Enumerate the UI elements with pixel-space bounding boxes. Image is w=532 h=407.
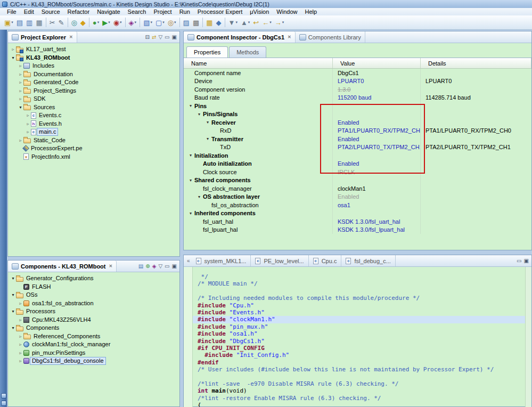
tree-item-sdk[interactable]: ▹SDK (8, 95, 179, 103)
overview-ruler[interactable] (525, 267, 531, 407)
code-line[interactable]: #include "DbgCs1.h" (193, 338, 525, 345)
menu-run[interactable]: Run (176, 8, 194, 15)
forward-button[interactable]: →▾ (274, 17, 285, 28)
editor-tab-cpu-c[interactable]: cCpu.c (309, 255, 342, 266)
external-tools-button[interactable]: ◈▾ (128, 17, 138, 28)
property-value[interactable]: 1.3.0 (333, 85, 421, 94)
profile-button[interactable]: ◉▾ (112, 17, 123, 28)
close-icon[interactable]: ✕ (288, 35, 291, 39)
menu-navigate[interactable]: Navigate (93, 8, 124, 15)
property-row-fsl-lpuart-hal[interactable]: fsl_lpuart_halKSDK 1.3.0/fsl_lpuart_hal (184, 226, 531, 234)
debug-button[interactable]: ●▾ (92, 17, 100, 28)
twistie-icon[interactable]: ▾ (10, 55, 16, 60)
tree-item-dbgcs1-fsl-debug-console[interactable]: ▹DbgCs1:fsl_debug_console (8, 357, 179, 365)
property-row-auto-initialization[interactable]: Auto initializationEnabled (184, 160, 531, 168)
maximize-button[interactable]: ▣ (172, 34, 177, 40)
twistie-icon[interactable]: ▹ (18, 96, 23, 101)
menu-refactor[interactable]: Refactor (64, 8, 94, 15)
tab-properties[interactable]: Properties (186, 46, 228, 58)
property-value[interactable]: osa1 (333, 201, 421, 209)
column-details[interactable]: Details (421, 58, 531, 68)
property-row-baud-rate[interactable]: Baud rate115200 baud114285.714 baud (184, 94, 531, 102)
property-value[interactable]: PTA2/LPUART0_TX/TPM2_CH1 (333, 143, 421, 152)
property-row-shared-components[interactable]: ▾Shared components (184, 176, 531, 185)
tree-item-events-h[interactable]: ▹hEvents.h (8, 120, 179, 128)
code-line[interactable]: /* Including needed modules to compile t… (193, 295, 525, 302)
twistie-icon[interactable]: ▹ (18, 72, 23, 77)
twistie-icon[interactable]: ▾ (204, 120, 211, 125)
open-folder-button[interactable]: ▦ (205, 17, 214, 28)
minimize-button[interactable]: ▭ (165, 263, 169, 270)
tree-item-components[interactable]: ▾Components (8, 324, 179, 332)
property-row-pins-signals[interactable]: ▾Pins/Signals (184, 110, 531, 119)
property-row-fsl-uart-hal[interactable]: fsl_uart_halKSDK 1.3.0/fsl_uart_hal (184, 217, 531, 226)
property-row-component-name[interactable]: Component nameDbgCs1 (184, 69, 531, 77)
property-row-rxd[interactable]: RxDPTA1/LPUART0_RX/TPM2_CH0PTA1/LPUART0_… (184, 127, 531, 135)
property-row-device[interactable]: DeviceLPUART0LPUART0 (184, 77, 531, 86)
twistie-icon[interactable]: ▾ (10, 292, 16, 297)
menu-file[interactable]: File (3, 8, 20, 15)
search-button[interactable]: ◎▾ (167, 17, 177, 28)
property-value[interactable]: IRCLK (333, 168, 421, 176)
property-value[interactable]: DbgCs1 (333, 69, 421, 77)
property-row-clock-source[interactable]: Clock sourceIRCLK (184, 168, 531, 176)
code-line[interactable]: /* MODULE main */ (193, 280, 525, 287)
property-row-component-version[interactable]: Component version1.3.0 (184, 85, 531, 94)
code-line[interactable]: #include "pin_mux.h" (193, 323, 525, 330)
tab-overflow-icon[interactable]: « (185, 255, 192, 266)
fast-view-icon[interactable] (1, 393, 6, 398)
fast-view-icon[interactable] (1, 401, 6, 406)
menu-processor-expert[interactable]: Processor Expert (194, 8, 246, 15)
code-area[interactable]: *//* MODULE main */ /* Including needed … (193, 267, 525, 407)
property-value[interactable]: PTA1/LPUART0_RX/TPM2_CH0 (333, 127, 421, 135)
tree-item-kl43-romboot[interactable]: ▾KL43_ROMboot (8, 54, 179, 62)
title-bar[interactable]: C/C++ - KL43_ROMboot/Sources/main.c - Ki… (0, 0, 532, 8)
tab-components[interactable]: Components - KL43_ROMboot ✕ (8, 261, 117, 272)
tree-item-events-c[interactable]: ▹cEvents.c (8, 111, 179, 120)
menu-search[interactable]: Search (124, 8, 150, 15)
open-element-button[interactable]: ▨ (182, 17, 191, 28)
twistie-icon[interactable]: ▾ (187, 153, 194, 158)
property-row-inherited-components[interactable]: ▾Inherited components (184, 209, 531, 218)
tree-item-osa1-fsl-os-abstraction[interactable]: ▹osa1:fsl_os_abstraction (8, 299, 179, 308)
new-wizard-button[interactable]: ▣▾ (3, 17, 14, 28)
code-line[interactable]: int main(void) (193, 387, 525, 394)
editor-tab-pe-low-level[interactable]: cPE_low_level... (251, 255, 308, 266)
property-row-fsl-os-abstraction[interactable]: fsl_os_abstractionosa1 (184, 201, 531, 209)
property-row-os-abstraction-layer[interactable]: ▾OS abstraction layerEnabled (184, 193, 531, 201)
property-value[interactable]: Enabled (333, 160, 421, 168)
code-line[interactable] (193, 373, 525, 380)
tree-item-referenced-components[interactable]: ▹Referenced_Components (8, 332, 179, 341)
toggle-mark-occurrences-button[interactable]: ▩ (192, 17, 200, 28)
twistie-icon[interactable]: ▹ (18, 301, 23, 306)
menu-window[interactable]: Window (273, 8, 301, 15)
property-value[interactable]: LPUART0 (333, 77, 421, 86)
tab-components-library[interactable]: Components Library (296, 31, 365, 43)
code-line[interactable]: { (193, 402, 525, 407)
tree-item-documentation[interactable]: ▹Documentation (8, 70, 179, 79)
twistie-icon[interactable]: ▹ (25, 113, 31, 118)
property-value[interactable] (333, 110, 421, 119)
menu-vision[interactable]: μVision (246, 8, 273, 15)
twistie-icon[interactable]: ▹ (18, 63, 23, 68)
code-line[interactable]: */ (193, 273, 525, 280)
tree-item-clockman1-fsl-clock-manager[interactable]: ▹clockMan1:fsl_clock_manager (8, 340, 179, 349)
editor-tab-system-mkl1[interactable]: csystem_MKL1... (192, 255, 251, 266)
code-line[interactable]: #endif (193, 359, 525, 366)
flash-programmer-button[interactable]: ◆ (79, 17, 87, 28)
annotation-ruler[interactable] (184, 267, 193, 407)
code-line[interactable]: #include "clockMan1.h" (193, 316, 525, 323)
twistie-icon[interactable]: ▾ (187, 211, 194, 216)
minimize-button[interactable]: ▭ (165, 34, 169, 40)
property-value[interactable]: 115200 baud (333, 94, 421, 102)
twistie-icon[interactable]: ▹ (18, 138, 23, 143)
property-value[interactable] (333, 102, 421, 110)
tree-item-static-code[interactable]: ▹Static_Code (8, 136, 179, 145)
menu-edit[interactable]: Edit (20, 8, 38, 15)
tree-item-cpu-mkl43z256vlh4[interactable]: ▹Cpu:MKL43Z256VLH4 (8, 316, 179, 324)
property-value[interactable]: KSDK 1.3.0/fsl_uart_hal (333, 217, 421, 226)
tree-item-projectinfo-xml[interactable]: xProjectInfo.xml (8, 153, 179, 161)
tree-item-generated-code[interactable]: ▹Generated_Code (8, 78, 179, 87)
menu-help[interactable]: Help (301, 8, 321, 15)
editor-tab-fsl-debug-c[interactable]: cfsl_debug_c... (341, 255, 396, 266)
